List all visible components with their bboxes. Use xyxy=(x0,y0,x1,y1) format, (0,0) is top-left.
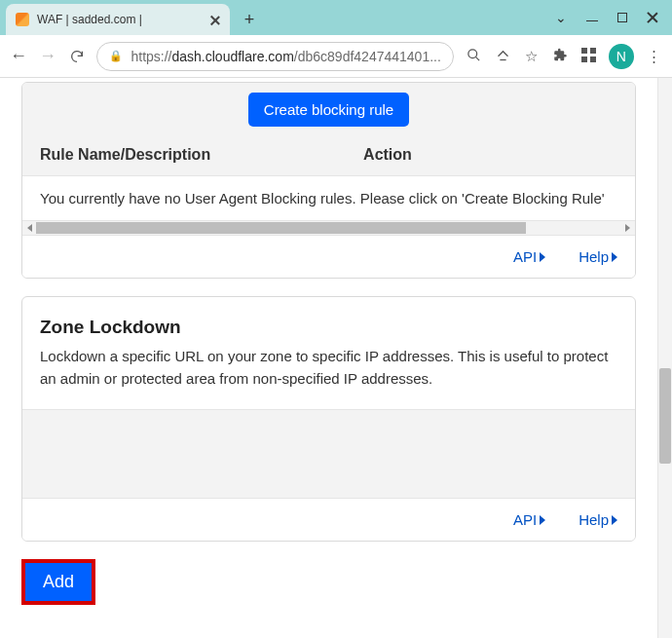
add-button[interactable]: Add xyxy=(25,563,92,601)
address-bar[interactable]: 🔒 https://dash.cloudflare.com/db6c89df42… xyxy=(96,42,453,71)
zone-lockdown-empty-area xyxy=(22,409,635,499)
url-text: https://dash.cloudflare.com/db6c89df4247… xyxy=(131,49,440,64)
tab-title: WAF | sadded.com | xyxy=(37,13,202,26)
ua-help-link[interactable]: Help xyxy=(579,248,617,265)
caret-right-icon xyxy=(540,252,545,262)
extensions-puzzle-icon[interactable] xyxy=(551,48,568,65)
browser-tab-strip: WAF | sadded.com | + ⌄ xyxy=(0,0,672,35)
zone-lockdown-title: Zone Lockdown xyxy=(22,297,635,346)
page-viewport: Create blocking rule Rule Name/Descripti… xyxy=(0,78,672,638)
zone-lockdown-card: Zone Lockdown Lockdown a specific URL on… xyxy=(21,296,636,542)
profile-avatar[interactable]: N xyxy=(609,44,633,69)
lock-icon: 🔒 xyxy=(109,50,123,62)
cloudflare-favicon-icon xyxy=(16,13,29,26)
create-blocking-rule-button[interactable]: Create blocking rule xyxy=(248,93,409,127)
new-tab-button[interactable]: + xyxy=(236,6,263,33)
svg-line-1 xyxy=(475,56,479,60)
zone-api-link[interactable]: API xyxy=(513,511,545,528)
nav-reload-button[interactable] xyxy=(68,48,85,65)
svg-point-0 xyxy=(468,49,477,57)
add-button-highlight: Add xyxy=(21,559,95,605)
browser-tab[interactable]: WAF | sadded.com | xyxy=(6,4,230,35)
caret-right-icon xyxy=(612,515,617,525)
panel-grid-icon[interactable] xyxy=(580,48,597,65)
svg-rect-5 xyxy=(590,56,596,62)
ua-empty-message: You currently have no User Agent Blockin… xyxy=(22,175,635,221)
zone-lockdown-description: Lockdown a specific URL on your zone to … xyxy=(22,346,635,409)
svg-rect-3 xyxy=(590,48,596,54)
nav-forward-button: → xyxy=(39,48,56,65)
tab-search-chevron-icon[interactable]: ⌄ xyxy=(555,11,567,24)
col-rule-name: Rule Name/Description xyxy=(40,146,363,164)
nav-back-button[interactable]: ← xyxy=(10,48,27,65)
window-minimize-icon[interactable] xyxy=(586,14,598,21)
col-action: Action xyxy=(363,146,617,164)
vertical-scrollbar[interactable] xyxy=(657,78,672,638)
svg-rect-2 xyxy=(581,48,587,54)
caret-right-icon xyxy=(612,252,617,262)
user-agent-blocking-card: Create blocking rule Rule Name/Descripti… xyxy=(21,82,636,279)
search-icon[interactable] xyxy=(466,48,482,65)
window-controls: ⌄ xyxy=(555,0,672,35)
browser-toolbar: ← → 🔒 https://dash.cloudflare.com/db6c89… xyxy=(0,35,672,78)
ua-api-link[interactable]: API xyxy=(513,248,545,265)
caret-right-icon xyxy=(540,515,545,525)
window-maximize-icon[interactable] xyxy=(617,13,627,22)
window-close-icon[interactable] xyxy=(647,12,658,23)
svg-rect-4 xyxy=(581,56,587,62)
ua-table-header: Rule Name/Description Action xyxy=(22,146,635,175)
horizontal-scrollbar[interactable] xyxy=(22,221,635,236)
kebab-menu-icon[interactable]: ⋮ xyxy=(646,48,662,65)
close-tab-icon[interactable] xyxy=(209,15,220,25)
page-content: Create blocking rule Rule Name/Descripti… xyxy=(0,78,657,638)
scrollbar-thumb[interactable] xyxy=(659,368,671,464)
zone-help-link[interactable]: Help xyxy=(579,511,617,528)
bookmark-star-icon[interactable]: ☆ xyxy=(523,48,540,65)
share-icon[interactable] xyxy=(494,48,510,65)
